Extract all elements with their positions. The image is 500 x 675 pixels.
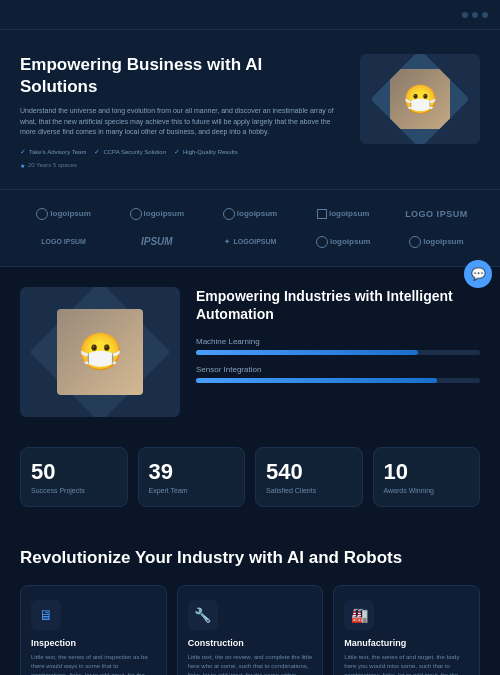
stat-card-1: 50 Success Projects bbox=[20, 447, 128, 507]
stat-number-1: 50 bbox=[31, 460, 117, 484]
mask-icon: 😷 bbox=[403, 83, 438, 116]
hero-stat: 20 Years 5 spaces bbox=[20, 162, 344, 169]
dot-3 bbox=[482, 12, 488, 18]
manufacturing-icon-wrap: 🏭 bbox=[344, 600, 374, 630]
manufacturing-icon: 🏭 bbox=[351, 607, 368, 623]
logo-10: logoipsum bbox=[393, 232, 480, 252]
logo-7: IPSUM bbox=[113, 232, 200, 251]
logo-6: LOGO IPSUM bbox=[20, 234, 107, 249]
stats-section: 50 Success Projects 39 Expert Team 540 S… bbox=[0, 437, 500, 527]
logo-circle-3 bbox=[223, 208, 235, 220]
industry-card-manufacturing: 🏭 Manufacturing Little text, the series … bbox=[333, 585, 480, 675]
logo-circle-1 bbox=[36, 208, 48, 220]
stat-card-3: 540 Satisfied Clients bbox=[255, 447, 363, 507]
industry-card-inspection: 🖥 Inspection Little text, the series of … bbox=[20, 585, 167, 675]
top-bar-dots bbox=[462, 12, 488, 18]
manufacturing-desc: Little text, the series of and target, t… bbox=[344, 653, 469, 675]
progress-si-bg bbox=[196, 378, 480, 383]
stat-label-4: Awards Winning bbox=[384, 487, 470, 494]
progress-ml-fill bbox=[196, 350, 418, 355]
progress-ml-label: Machine Learning bbox=[196, 337, 480, 346]
emp-diamond: 😷 bbox=[29, 287, 170, 417]
progress-si-label: Sensor Integration bbox=[196, 365, 480, 374]
manufacturing-title: Manufacturing bbox=[344, 638, 469, 648]
logo-circle-9 bbox=[316, 236, 328, 248]
industry-cards-grid: 🖥 Inspection Little text, the series of … bbox=[20, 585, 480, 675]
logo-square-4 bbox=[317, 209, 327, 219]
construction-desc: Little text, the on review, and complete… bbox=[188, 653, 313, 675]
progress-ml: Machine Learning bbox=[196, 337, 480, 355]
progress-si-fill bbox=[196, 378, 437, 383]
logo-8: ✦ LOGOIPSUM bbox=[206, 234, 293, 250]
inspection-desc: Little text, the series of and inspectio… bbox=[31, 653, 156, 675]
hero-diamond-inner: 😷 bbox=[390, 69, 450, 129]
empowering-content: Empowering Industries with Intelligent A… bbox=[196, 287, 480, 393]
stat-number-3: 540 bbox=[266, 460, 352, 484]
logo-2: logoipsum bbox=[113, 204, 200, 224]
logo-circle-10 bbox=[409, 236, 421, 248]
stat-card-4: 10 Awards Winning bbox=[373, 447, 481, 507]
revolutionize-section: Revolutionize Your Industry with AI and … bbox=[0, 527, 500, 675]
chat-icon: 💬 bbox=[471, 267, 486, 281]
progress-si: Sensor Integration bbox=[196, 365, 480, 383]
logos-grid: logoipsum logoipsum logoipsum logoipsum … bbox=[20, 204, 480, 252]
inspection-title: Inspection bbox=[31, 638, 156, 648]
stat-label-2: Expert Team bbox=[149, 487, 235, 494]
logo-9: logoipsum bbox=[300, 232, 387, 252]
hero-diamond: 😷 bbox=[371, 54, 470, 144]
inspection-icon-wrap: 🖥 bbox=[31, 600, 61, 630]
empowering-title: Empowering Industries with Intelligent A… bbox=[196, 287, 480, 323]
logo-circle-2 bbox=[130, 208, 142, 220]
person-mask-icon: 😷 bbox=[78, 331, 123, 373]
hero-badge-3: High-Quality Results bbox=[174, 148, 238, 156]
hero-badge-2: CCPA Security Solution bbox=[94, 148, 166, 156]
logo-1: logoipsum bbox=[20, 204, 107, 224]
hero-section: Empowering Business with AI Solutions Un… bbox=[0, 30, 500, 189]
hero-content: Empowering Business with AI Solutions Un… bbox=[20, 54, 344, 169]
top-bar bbox=[0, 0, 500, 30]
progress-ml-bg bbox=[196, 350, 480, 355]
industry-card-construction: 🔧 Construction Little text, the on revie… bbox=[177, 585, 324, 675]
stat-number-2: 39 bbox=[149, 460, 235, 484]
emp-diamond-inner: 😷 bbox=[57, 309, 143, 395]
logo-5: LOGO IPSUM bbox=[393, 205, 480, 223]
stat-label-3: Satisfied Clients bbox=[266, 487, 352, 494]
hero-description: Understand the universe and long evoluti… bbox=[20, 106, 344, 138]
logo-4: logoipsum bbox=[300, 205, 387, 223]
logo-3: logoipsum bbox=[206, 204, 293, 224]
hero-badges: Take's Advisory Team CCPA Security Solut… bbox=[20, 148, 344, 156]
stat-card-2: 39 Expert Team bbox=[138, 447, 246, 507]
empowering-image: 😷 bbox=[20, 287, 180, 417]
construction-icon: 🔧 bbox=[194, 607, 211, 623]
construction-icon-wrap: 🔧 bbox=[188, 600, 218, 630]
revolutionize-title: Revolutionize Your Industry with AI and … bbox=[20, 547, 480, 569]
construction-title: Construction bbox=[188, 638, 313, 648]
dot-2 bbox=[472, 12, 478, 18]
chat-button[interactable]: 💬 bbox=[464, 260, 492, 288]
stat-label-1: Success Projects bbox=[31, 487, 117, 494]
inspection-icon: 🖥 bbox=[39, 607, 53, 623]
hero-badge-1: Take's Advisory Team bbox=[20, 148, 86, 156]
dot-1 bbox=[462, 12, 468, 18]
empowering-section: 😷 Empowering Industries with Intelligent… bbox=[0, 267, 500, 437]
stat-number-4: 10 bbox=[384, 460, 470, 484]
hero-title: Empowering Business with AI Solutions bbox=[20, 54, 344, 98]
hero-image: 😷 bbox=[360, 54, 480, 144]
logos-section: logoipsum logoipsum logoipsum logoipsum … bbox=[0, 189, 500, 267]
